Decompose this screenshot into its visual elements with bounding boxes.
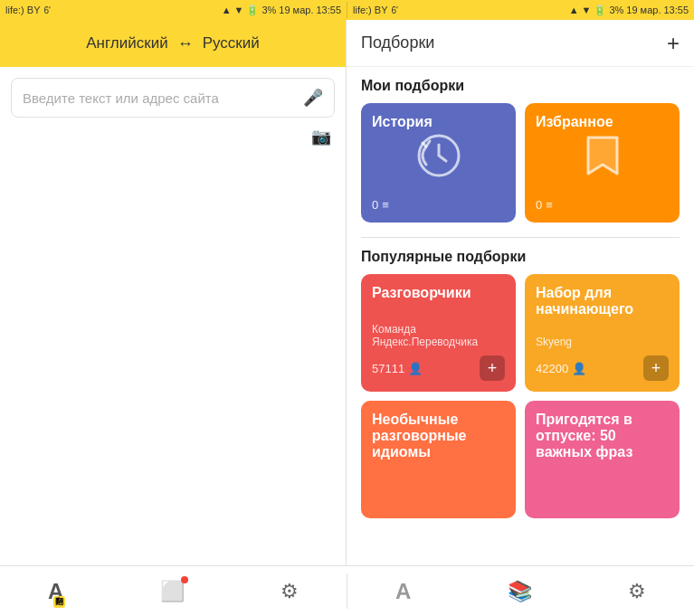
razgovorchiki-add-button[interactable]: + — [480, 355, 505, 381]
section-divider — [361, 237, 680, 238]
left-panel: Английский ↔ Русский Введите текст или а… — [0, 20, 347, 565]
right-signal: 6' — [392, 5, 398, 15]
my-collections-title: Мои подборки — [361, 78, 680, 94]
favorites-icon — [581, 130, 624, 191]
right-panel: Подборки + Мои подборки История — [347, 20, 694, 565]
signal-icon: ▲ — [222, 5, 232, 15]
idioms-card[interactable]: Необычные разговорные идиомы — [361, 401, 516, 518]
nav-settings-right[interactable]: ⚙ — [617, 574, 657, 609]
status-bar: life:) BY 6' ▲ ▼ 🔋 3% 19 мар. 13:55 life… — [0, 0, 694, 20]
time-right: 13:55 — [663, 5, 689, 15]
search-box[interactable]: Введите текст или адрес сайта 🎤 — [11, 78, 335, 118]
collections-icon-right: 📚 — [508, 580, 532, 603]
signal-icon-r: ▲ — [569, 5, 579, 15]
left-status-icons: ▲ ▼ 🔋 3% 19 мар. 13:55 — [222, 5, 341, 16]
beginner-title: Набор для начинающего — [536, 285, 669, 317]
my-collections-grid: История 0 ≡ — [361, 103, 680, 223]
history-card-footer: 0 ≡ — [372, 198, 505, 212]
app-body: Английский ↔ Русский Введите текст или а… — [0, 20, 694, 565]
favorites-card-footer: 0 ≡ — [536, 198, 669, 212]
wifi-icon-r: ▼ — [582, 5, 592, 15]
idioms-title: Необычные разговорные идиомы — [372, 412, 505, 460]
battery-pct-left: 3% — [261, 5, 276, 15]
vacation-title: Пригодятся в отпуске: 50 важных фраз — [536, 412, 669, 460]
date-right: 19 мар. — [626, 5, 661, 15]
mic-icon[interactable]: 🎤 — [303, 88, 323, 108]
camera-icon[interactable]: 📷 — [311, 127, 331, 147]
beginner-footer: 42200 👤 + — [536, 355, 669, 381]
beginner-card[interactable]: Набор для начинающего Skyeng 42200 👤 + — [525, 274, 680, 392]
nav-clipboard-left[interactable]: ⬜ — [149, 574, 195, 609]
bottom-nav-left: A 翻 ⬜ ⚙ — [0, 566, 347, 616]
clipboard-icon-left: ⬜ — [160, 580, 185, 603]
settings-icon-right: ⚙ — [628, 580, 646, 603]
history-card[interactable]: История 0 ≡ — [361, 103, 516, 223]
beginner-add-button[interactable]: + — [643, 355, 669, 381]
nav-translate-left[interactable]: A 翻 — [37, 573, 74, 610]
list-icon: ≡ — [382, 198, 389, 212]
vacation-card[interactable]: Пригодятся в отпуске: 50 важных фраз — [525, 401, 680, 518]
history-card-title: История — [372, 114, 505, 130]
translate-icon-right: A — [395, 579, 411, 604]
status-bar-right: life:) BY 6' ▲ ▼ 🔋 3% 19 мар. 13:55 — [347, 0, 694, 20]
swap-languages-icon[interactable]: ↔ — [177, 34, 194, 53]
favorites-card-title: Избранное — [536, 114, 669, 130]
beginner-subtitle: Skyeng — [536, 336, 669, 348]
date-left: 19 мар. — [279, 5, 313, 15]
battery-icon-r: 🔋 — [594, 5, 606, 16]
popular-collections-grid: Разговорчики КомандаЯндекс.Переводчика 5… — [361, 274, 680, 518]
wifi-icon: ▼ — [234, 5, 244, 15]
bottom-nav: A 翻 ⬜ ⚙ A 📚 ⚙ — [0, 565, 694, 616]
nav-translate-right[interactable]: A — [385, 573, 422, 610]
left-content: Введите текст или адрес сайта 🎤 📷 — [0, 67, 346, 565]
source-language[interactable]: Английский — [86, 34, 167, 52]
users-icon-2: 👤 — [572, 362, 586, 375]
left-signal: 6' — [44, 5, 51, 15]
right-carrier: life:) BY — [353, 5, 388, 15]
battery-pct-right: 3% — [609, 5, 623, 15]
search-input-placeholder: Введите текст или адрес сайта — [23, 90, 296, 106]
right-content: Мои подборки История — [347, 67, 694, 565]
nav-collections-right[interactable]: 📚 — [497, 574, 543, 609]
clipboard-badge — [181, 576, 188, 583]
razgovorchiki-title: Разговорчики — [372, 285, 505, 301]
add-collection-button[interactable]: + — [667, 31, 680, 56]
history-icon — [414, 130, 464, 191]
right-status-icons: ▲ ▼ 🔋 3% 19 мар. 13:55 — [569, 5, 689, 16]
users-icon: 👤 — [408, 362, 423, 375]
settings-icon-left: ⚙ — [280, 580, 299, 603]
status-bar-left: life:) BY 6' ▲ ▼ 🔋 3% 19 мар. 13:55 — [0, 0, 347, 20]
beginner-count: 42200 👤 — [536, 362, 586, 375]
target-language[interactable]: Русский — [203, 34, 260, 52]
camera-row: 📷 — [11, 127, 335, 147]
time-left: 13:55 — [316, 5, 341, 15]
nav-settings-left[interactable]: ⚙ — [270, 574, 309, 609]
right-header: Подборки + — [347, 20, 694, 67]
popular-collections-title: Популярные подборки — [361, 249, 680, 265]
razgovorchiki-count: 57111 👤 — [372, 362, 423, 375]
razgovorchiki-footer: 57111 👤 + — [372, 355, 505, 381]
razgovorchiki-subtitle: КомандаЯндекс.Переводчика — [372, 323, 505, 348]
left-carrier: life:) BY — [5, 5, 41, 15]
razgovorchiki-card[interactable]: Разговорчики КомандаЯндекс.Переводчика 5… — [361, 274, 516, 392]
language-selector[interactable]: Английский ↔ Русский — [0, 20, 346, 67]
history-count: 0 ≡ — [372, 198, 389, 212]
favorites-card[interactable]: Избранное 0 ≡ — [525, 103, 680, 223]
battery-icon: 🔋 — [246, 5, 259, 16]
collections-title: Подборки — [361, 33, 434, 52]
bottom-nav-right: A 📚 ⚙ — [347, 566, 694, 616]
favorites-count: 0 ≡ — [536, 198, 553, 212]
list-icon-fav: ≡ — [546, 198, 553, 212]
